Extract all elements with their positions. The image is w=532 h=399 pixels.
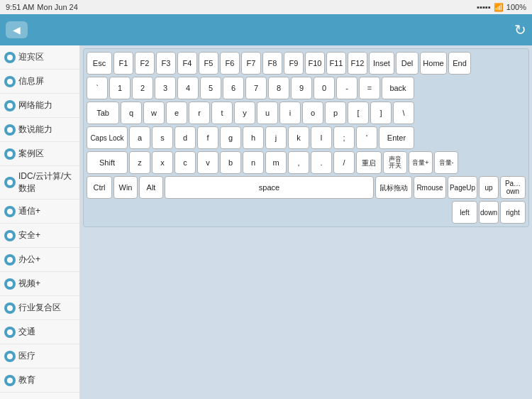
back-button[interactable]: ◀ xyxy=(6,21,28,38)
key-f1[interactable]: F1 xyxy=(113,52,133,75)
key-0[interactable]: 0 xyxy=(314,77,335,99)
key-f12[interactable]: F12 xyxy=(348,52,367,75)
key-comma[interactable]: , xyxy=(288,151,309,174)
key-tab[interactable]: Tab xyxy=(87,102,119,124)
key-down[interactable]: down xyxy=(479,201,499,224)
sidebar-item-digits[interactable]: 数说能力 xyxy=(0,118,79,142)
key-f2[interactable]: F2 xyxy=(135,52,155,75)
sidebar-item-complex[interactable]: 行业复合区 xyxy=(0,296,79,320)
sidebar-item-traffic[interactable]: 交通 xyxy=(0,320,79,344)
refresh-button[interactable]: ↻ xyxy=(514,21,526,38)
key-2[interactable]: 2 xyxy=(132,77,153,99)
key-home[interactable]: Home xyxy=(420,52,447,75)
sidebar-item-video[interactable]: 视频+ xyxy=(0,272,79,296)
key-6[interactable]: 6 xyxy=(223,77,244,99)
key-del[interactable]: Del xyxy=(396,52,419,75)
key-x[interactable]: x xyxy=(152,151,173,174)
sidebar-item-edu[interactable]: 教育 xyxy=(0,368,79,393)
key-a[interactable]: a xyxy=(129,126,150,149)
key-f[interactable]: f xyxy=(197,126,218,149)
key-l[interactable]: l xyxy=(311,126,332,149)
key-backtick[interactable]: ` xyxy=(87,77,108,99)
key-backslash[interactable]: \ xyxy=(393,102,414,124)
key-backspace[interactable]: back xyxy=(382,77,414,99)
key-v[interactable]: v xyxy=(197,151,218,174)
key-up[interactable]: up xyxy=(479,176,499,199)
key-1[interactable]: 1 xyxy=(109,77,131,99)
key-right[interactable]: right xyxy=(500,201,526,224)
key-f9[interactable]: F9 xyxy=(284,52,304,75)
key-capslock[interactable]: Caps Lock xyxy=(87,126,128,149)
key-y[interactable]: y xyxy=(234,102,255,124)
key-e[interactable]: e xyxy=(166,102,187,124)
key-f8[interactable]: F8 xyxy=(262,52,282,75)
key-f6[interactable]: F6 xyxy=(220,52,240,75)
key-r[interactable]: r xyxy=(189,102,210,124)
key-f3[interactable]: F3 xyxy=(156,52,176,75)
key-8[interactable]: 8 xyxy=(268,77,289,99)
key-sound-toggle[interactable]: 声音开关 xyxy=(383,151,407,174)
key-enter[interactable]: Enter xyxy=(379,126,414,149)
sidebar-item-safety[interactable]: 安全+ xyxy=(0,224,79,248)
key-minus[interactable]: - xyxy=(336,77,358,99)
sidebar-item-infoscr[interactable]: 信息屏 xyxy=(0,70,79,94)
key-f5[interactable]: F5 xyxy=(199,52,218,75)
key-n[interactable]: n xyxy=(243,151,264,174)
key-semicolon[interactable]: ; xyxy=(333,126,355,149)
key-shift[interactable]: Shift xyxy=(87,151,128,174)
key-k[interactable]: k xyxy=(288,126,309,149)
sidebar-item-welcome[interactable]: 迎宾区 xyxy=(0,45,79,70)
key-s[interactable]: s xyxy=(152,126,173,149)
key-rbracket[interactable]: ] xyxy=(370,102,392,124)
key-esc[interactable]: Esc xyxy=(87,52,112,75)
key-o[interactable]: o xyxy=(302,102,323,124)
key-c[interactable]: c xyxy=(174,151,196,174)
key-lbracket[interactable]: [ xyxy=(348,102,369,124)
key-5[interactable]: 5 xyxy=(200,77,221,99)
key-t[interactable]: t xyxy=(211,102,233,124)
key-4[interactable]: 4 xyxy=(177,77,199,99)
key-f7[interactable]: F7 xyxy=(241,52,261,75)
key-h[interactable]: h xyxy=(243,126,264,149)
key-p[interactable]: p xyxy=(325,102,346,124)
sidebar-item-office[interactable]: 办公+ xyxy=(0,248,79,272)
key-f11[interactable]: F11 xyxy=(326,52,346,75)
sidebar-item-idc[interactable]: IDC/云计算/大数据 xyxy=(0,166,79,200)
key-mouse-drag[interactable]: 鼠标拖动 xyxy=(375,176,412,199)
sidebar-item-medical[interactable]: 医疗 xyxy=(0,344,79,368)
key-f10[interactable]: F10 xyxy=(305,52,325,75)
key-period[interactable]: . xyxy=(311,151,332,174)
key-g[interactable]: g xyxy=(220,126,241,149)
key-space[interactable]: space xyxy=(165,176,374,199)
key-reboot[interactable]: 重启 xyxy=(356,151,382,174)
key-slash[interactable]: / xyxy=(333,151,355,174)
key-3[interactable]: 3 xyxy=(155,77,176,99)
key-end[interactable]: End xyxy=(448,52,471,75)
key-quote[interactable]: ' xyxy=(356,126,377,149)
key-m[interactable]: m xyxy=(265,151,287,174)
key-pageup[interactable]: PageUp xyxy=(448,176,477,199)
key-i[interactable]: i xyxy=(279,102,301,124)
key-z[interactable]: z xyxy=(129,151,150,174)
key-inset[interactable]: Inset xyxy=(369,52,394,75)
key-q[interactable]: q xyxy=(121,102,142,124)
key-d[interactable]: d xyxy=(174,126,196,149)
key-equals[interactable]: = xyxy=(359,77,380,99)
key-win[interactable]: Win xyxy=(113,176,138,199)
key-j[interactable]: j xyxy=(265,126,287,149)
sidebar-item-network[interactable]: 网络能力 xyxy=(0,94,79,118)
key-7[interactable]: 7 xyxy=(245,77,267,99)
key-rmouse[interactable]: Rmouse xyxy=(414,176,446,199)
sidebar-item-comm[interactable]: 通信+ xyxy=(0,200,79,224)
key-f4[interactable]: F4 xyxy=(177,52,197,75)
key-vol-up[interactable]: 音量+ xyxy=(409,151,433,174)
key-ctrl[interactable]: Ctrl xyxy=(87,176,112,199)
sidebar-item-apparel[interactable]: 衣商 xyxy=(0,393,79,399)
key-vol-down[interactable]: 音量- xyxy=(434,151,458,174)
key-b[interactable]: b xyxy=(220,151,241,174)
key-u[interactable]: u xyxy=(257,102,278,124)
key-left[interactable]: left xyxy=(452,201,477,224)
sidebar-item-cases[interactable]: 案例区 xyxy=(0,142,79,166)
key-alt[interactable]: Alt xyxy=(139,176,163,199)
key-9[interactable]: 9 xyxy=(291,77,312,99)
